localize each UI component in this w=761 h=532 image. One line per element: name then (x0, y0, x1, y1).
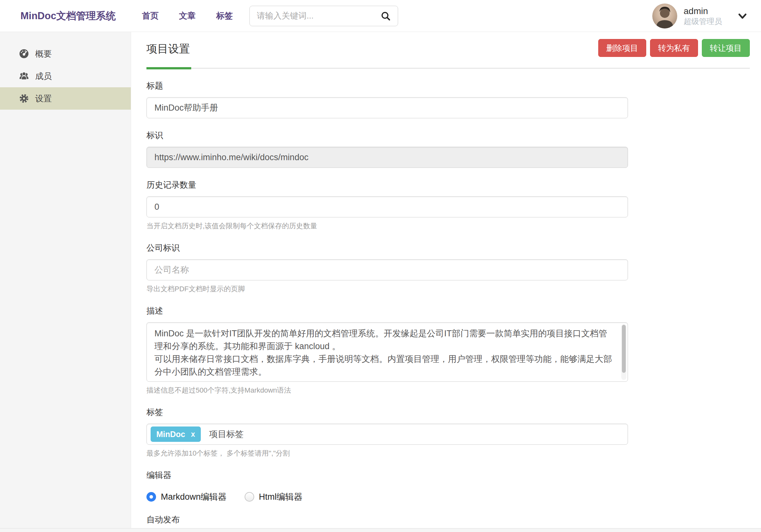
project-settings-form: 标题 标识 历史记录数量 当开启文档历史时,该值会限制每个文档保存的历史数量 公… (146, 80, 628, 532)
description-label: 描述 (146, 305, 628, 317)
nav-link-home[interactable]: 首页 (142, 10, 158, 22)
sidebar-item-settings[interactable]: 设置 (0, 87, 131, 110)
dashboard-icon (19, 48, 29, 59)
sidebar-item-label: 成员 (35, 71, 52, 82)
tag-remove-icon[interactable]: x (191, 430, 195, 439)
radio-checked-icon[interactable] (146, 492, 156, 502)
tags-input[interactable]: MinDoc x 项目标签 (146, 424, 628, 445)
identifier-input (146, 147, 628, 168)
make-private-button[interactable]: 转为私有 (650, 39, 698, 57)
radio-html-editor[interactable]: Html编辑器 (245, 491, 303, 502)
nav-link-tags[interactable]: 标签 (216, 10, 233, 22)
tag-mindoc: MinDoc x (150, 427, 201, 442)
avatar[interactable] (652, 4, 677, 29)
auto-publish-label: 自动发布 (146, 514, 628, 525)
radio-label: Markdown编辑器 (161, 491, 227, 502)
field-tags: 标签 MinDoc x 项目标签 最多允许添加10个标签， 多个标签请用","分… (146, 407, 628, 458)
sidebar-item-overview[interactable]: 概要 (0, 42, 131, 65)
textarea-scrollbar[interactable] (621, 324, 626, 380)
project-sidebar: 概要 成员 设置 (0, 32, 131, 532)
field-title: 标题 (146, 80, 628, 118)
page-header: 项目设置 删除项目 转为私有 转让项目 (146, 39, 750, 69)
description-help: 描述信息不超过500个字符,支持Markdown语法 (146, 385, 628, 395)
history-count-help: 当开启文档历史时,该值会限制每个文档保存的历史数量 (146, 221, 628, 231)
radio-label: Html编辑器 (259, 491, 303, 502)
brand-title[interactable]: MinDoc文档管理系统 (21, 9, 116, 23)
search-icon[interactable] (380, 11, 391, 21)
sidebar-item-members[interactable]: 成员 (0, 65, 131, 87)
user-role: 超级管理员 (684, 17, 722, 26)
search-box (249, 6, 398, 26)
history-count-input[interactable] (146, 196, 628, 217)
nav-link-articles[interactable]: 文章 (179, 10, 196, 22)
field-identifier: 标识 (146, 130, 628, 168)
user-text: admin 超级管理员 (684, 5, 722, 26)
transfer-project-button[interactable]: 转让项目 (702, 39, 750, 57)
company-help: 导出文档PDF文档时显示的页脚 (146, 284, 628, 294)
sidebar-item-label: 概要 (35, 48, 52, 59)
identifier-label: 标识 (146, 130, 628, 141)
radio-markdown-editor[interactable]: Markdown编辑器 (146, 491, 227, 502)
tags-placeholder: 项目标签 (209, 428, 244, 440)
company-label: 公司标识 (146, 242, 628, 254)
page-body: 概要 成员 设置 项目设置 删除项 (0, 32, 761, 532)
gear-icon (19, 93, 29, 104)
description-textarea[interactable]: MinDoc 是一款针对IT团队开发的简单好用的文档管理系统。开发缘起是公司IT… (146, 322, 628, 382)
project-actions: 删除项目 转为私有 转让项目 (598, 39, 750, 57)
radio-unchecked-icon[interactable] (245, 492, 254, 502)
history-count-label: 历史记录数量 (146, 179, 628, 191)
tag-text: MinDoc (156, 430, 185, 439)
delete-project-button[interactable]: 删除项目 (598, 39, 646, 57)
field-editor: 编辑器 Markdown编辑器 Html编辑器 (146, 470, 628, 502)
title-input[interactable] (146, 97, 628, 118)
tags-label: 标签 (146, 407, 628, 418)
title-label: 标题 (146, 80, 628, 91)
top-navbar: MinDoc文档管理系统 首页 文章 标签 admin 超级管理员 (0, 0, 761, 32)
user-name: admin (684, 5, 722, 17)
field-description: 描述 MinDoc 是一款针对IT团队开发的简单好用的文档管理系统。开发缘起是公… (146, 305, 628, 395)
editor-label: 编辑器 (146, 470, 628, 481)
nav-links: 首页 文章 标签 (142, 10, 233, 22)
field-company: 公司标识 导出文档PDF文档时显示的页脚 (146, 242, 628, 294)
main-content: 项目设置 删除项目 转为私有 转让项目 标题 标识 历史记录数量 当开启文档历史… (131, 32, 761, 532)
user-menu[interactable]: admin 超级管理员 (652, 4, 748, 29)
editor-options: Markdown编辑器 Html编辑器 (146, 491, 628, 502)
page-footer-strip (0, 528, 761, 532)
users-icon (19, 71, 29, 82)
chevron-down-icon[interactable] (737, 10, 748, 22)
field-history-count: 历史记录数量 当开启文档历史时,该值会限制每个文档保存的历史数量 (146, 179, 628, 231)
sidebar-item-label: 设置 (35, 93, 52, 104)
company-input[interactable] (146, 259, 628, 280)
tags-help: 最多允许添加10个标签， 多个标签请用","分割 (146, 448, 628, 458)
search-input[interactable] (257, 11, 380, 21)
